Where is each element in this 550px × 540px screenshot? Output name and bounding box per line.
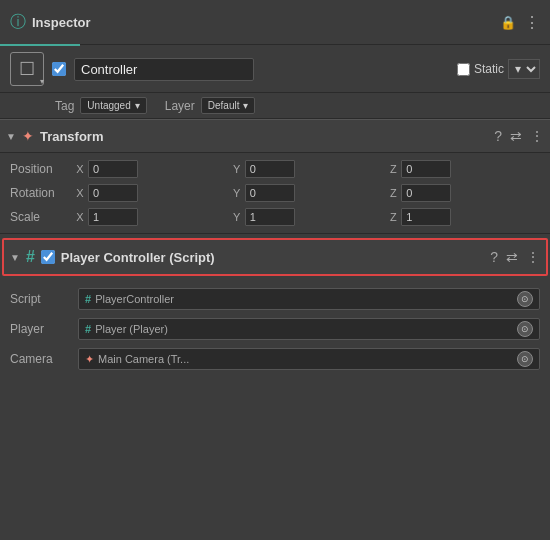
script-field-value: # PlayerController ⊙ [78, 288, 540, 310]
static-toggle-group: Static ▾ [457, 59, 540, 79]
layer-value: Default [208, 100, 240, 111]
camera-value-text: Main Camera (Tr... [98, 353, 513, 365]
layer-label: Layer [165, 99, 195, 113]
position-label: Position [10, 162, 70, 176]
inspector-panel: ⓘ Inspector 🔒 ⋮ [0, 0, 550, 45]
position-y-group: Y [231, 160, 384, 178]
rotation-x-label: X [74, 187, 86, 199]
scale-x-label: X [74, 211, 86, 223]
position-z-group: Z [387, 160, 540, 178]
scale-x-input[interactable] [88, 208, 138, 226]
rotation-label: Rotation [10, 186, 70, 200]
position-y-label: Y [231, 163, 243, 175]
rotation-y-group: Y [231, 184, 384, 202]
script-active-checkbox[interactable] [41, 250, 55, 264]
position-y-input[interactable] [245, 160, 295, 178]
transform-actions: ? ⇄ ⋮ [494, 128, 544, 144]
layer-dropdown-arrow: ▾ [243, 100, 248, 111]
static-dropdown[interactable]: ▾ [508, 59, 540, 79]
player-value-text: Player (Player) [95, 323, 513, 335]
layer-dropdown[interactable]: Default ▾ [201, 97, 256, 114]
transform-settings-icon[interactable]: ⇄ [510, 128, 522, 144]
camera-value-icon: ✦ [85, 353, 94, 366]
transform-section-header: ▼ ✦ Transform ? ⇄ ⋮ [0, 119, 550, 153]
player-field-label: Player [10, 322, 70, 336]
script-field-row: Script # PlayerController ⊙ [0, 284, 550, 314]
transform-more-icon[interactable]: ⋮ [530, 128, 544, 144]
info-icon: ⓘ [10, 12, 26, 33]
scale-y-group: Y [231, 208, 384, 226]
transform-icon: ✦ [22, 128, 34, 144]
script-more-icon[interactable]: ⋮ [526, 249, 540, 265]
gameobject-active-checkbox[interactable] [52, 62, 66, 76]
player-target-button[interactable]: ⊙ [517, 321, 533, 337]
position-z-label: Z [387, 163, 399, 175]
rotation-z-input[interactable] [401, 184, 451, 202]
tag-dropdown[interactable]: Untagged ▾ [80, 97, 146, 114]
more-icon[interactable]: ⋮ [524, 13, 540, 32]
rotation-row: Rotation X Y Z [0, 181, 550, 205]
transform-content: Position X Y Z Rotation X Y Z Scale [0, 153, 550, 234]
script-hash-icon: # [26, 248, 35, 266]
camera-field-value: ✦ Main Camera (Tr... ⊙ [78, 348, 540, 370]
scale-z-input[interactable] [401, 208, 451, 226]
tag-dropdown-arrow: ▾ [135, 100, 140, 111]
script-settings-icon[interactable]: ⇄ [506, 249, 518, 265]
gameobject-name-input[interactable] [74, 58, 254, 81]
rotation-y-label: Y [231, 187, 243, 199]
script-target-button[interactable]: ⊙ [517, 291, 533, 307]
camera-field-label: Camera [10, 352, 70, 366]
script-section-header: ▼ # Player Controller (Script) ? ⇄ ⋮ [2, 238, 548, 276]
header-actions: 🔒 ⋮ [500, 13, 540, 32]
script-field-label: Script [10, 292, 70, 306]
scale-y-label: Y [231, 211, 243, 223]
player-value-hash-icon: # [85, 323, 91, 335]
script-section-title: Player Controller (Script) [61, 250, 484, 265]
scale-label: Scale [10, 210, 70, 224]
rotation-x-input[interactable] [88, 184, 138, 202]
script-content: Script # PlayerController ⊙ Player # Pla… [0, 280, 550, 378]
panel-title: Inspector [32, 15, 91, 30]
static-label: Static [474, 62, 504, 76]
player-field-value: # Player (Player) ⊙ [78, 318, 540, 340]
player-field-row: Player # Player (Player) ⊙ [0, 314, 550, 344]
scale-y-input[interactable] [245, 208, 295, 226]
rotation-z-label: Z [387, 187, 399, 199]
gameobject-icon: ☐ ▾ [10, 52, 44, 86]
rotation-x-group: X [74, 184, 227, 202]
script-value-hash-icon: # [85, 293, 91, 305]
transform-help-icon[interactable]: ? [494, 128, 502, 144]
script-collapse-arrow[interactable]: ▼ [10, 252, 20, 263]
scale-z-label: Z [387, 211, 399, 223]
script-help-icon[interactable]: ? [490, 249, 498, 265]
position-x-label: X [74, 163, 86, 175]
gameobject-header: ☐ ▾ Static ▾ [0, 46, 550, 93]
position-x-group: X [74, 160, 227, 178]
camera-field-row: Camera ✦ Main Camera (Tr... ⊙ [0, 344, 550, 374]
tag-label: Tag [55, 99, 74, 113]
script-actions: ? ⇄ ⋮ [490, 249, 540, 265]
go-icon-arrow: ▾ [40, 77, 44, 86]
scale-z-group: Z [387, 208, 540, 226]
rotation-z-group: Z [387, 184, 540, 202]
transform-title: Transform [40, 129, 488, 144]
transform-collapse-arrow[interactable]: ▼ [6, 131, 16, 142]
script-value-text: PlayerController [95, 293, 513, 305]
lock-icon[interactable]: 🔒 [500, 15, 516, 30]
scale-x-group: X [74, 208, 227, 226]
position-x-input[interactable] [88, 160, 138, 178]
tag-layer-row: Tag Untagged ▾ Layer Default ▾ [0, 93, 550, 119]
static-checkbox[interactable] [457, 63, 470, 76]
position-z-input[interactable] [401, 160, 451, 178]
camera-target-button[interactable]: ⊙ [517, 351, 533, 367]
rotation-y-input[interactable] [245, 184, 295, 202]
tag-value: Untagged [87, 100, 130, 111]
position-row: Position X Y Z [0, 157, 550, 181]
scale-row: Scale X Y Z [0, 205, 550, 229]
